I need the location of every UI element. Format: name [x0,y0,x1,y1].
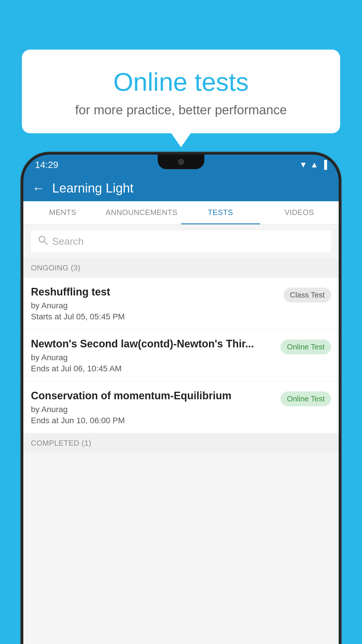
promo-title: Online tests [36,67,326,97]
test-badge: Online Test [280,340,331,354]
search-icon [38,235,48,248]
test-by: by Anurag [31,353,275,362]
battery-icon: ▐ [321,160,327,169]
tab-announcements[interactable]: ANNOUNCEMENTS [102,201,181,224]
status-time: 14:29 [35,160,58,170]
test-by: by Anurag [31,405,275,414]
test-badge: Online Test [280,391,331,406]
tab-ments[interactable]: MENTS [23,201,102,224]
tab-tests[interactable]: TESTS [181,201,260,224]
test-name: Conservation of momentum-Equilibrium [31,390,275,402]
test-card[interactable]: Newton's Second law(contd)-Newton's Thir… [23,330,339,381]
test-card[interactable]: Conservation of momentum-Equilibrium by … [23,382,339,433]
front-camera [178,159,184,165]
tab-videos[interactable]: VIDEOS [260,201,339,224]
back-button[interactable]: ← [32,181,45,195]
test-name: Newton's Second law(contd)-Newton's Thir… [31,338,275,350]
signal-icon: ▲ [310,160,318,169]
svg-line-1 [44,242,47,244]
promo-subtitle: for more practice, better performance [36,103,326,117]
completed-section-header: COMPLETED (1) [23,433,339,453]
test-badge: Class Test [284,288,331,302]
test-name: Reshuffling test [31,286,278,298]
app-title: Learning Light [52,181,133,195]
promo-card: Online tests for more practice, better p… [22,50,340,133]
search-box[interactable]: Search [30,230,332,253]
test-info: Conservation of momentum-Equilibrium by … [31,390,280,425]
phone-screen: MENTS ANNOUNCEMENTS TESTS VIDEOS [23,201,339,644]
test-info: Reshuffling test by Anurag Starts at Jul… [31,286,284,321]
test-by: by Anurag [31,301,278,310]
phone-notch [158,155,204,169]
test-date: Starts at Jul 05, 05:45 PM [31,312,278,321]
app-header: ← Learning Light [23,175,339,201]
test-date: Ends at Jul 06, 10:45 AM [31,364,275,373]
test-date: Ends at Jun 10, 06:00 PM [31,416,275,425]
test-card[interactable]: Reshuffling test by Anurag Starts at Jul… [23,278,339,329]
search-container: Search [23,225,339,258]
status-icons: ▼ ▲ ▐ [299,160,327,169]
phone-frame: 14:29 ▼ ▲ ▐ ← Learning Light MENTS ANNOU… [23,155,339,644]
test-info: Newton's Second law(contd)-Newton's Thir… [31,338,280,373]
status-bar: 14:29 ▼ ▲ ▐ [23,155,339,175]
search-placeholder: Search [52,236,84,247]
ongoing-section-header: ONGOING (3) [23,258,339,278]
tabs-bar: MENTS ANNOUNCEMENTS TESTS VIDEOS [23,201,339,225]
wifi-icon: ▼ [299,160,307,169]
